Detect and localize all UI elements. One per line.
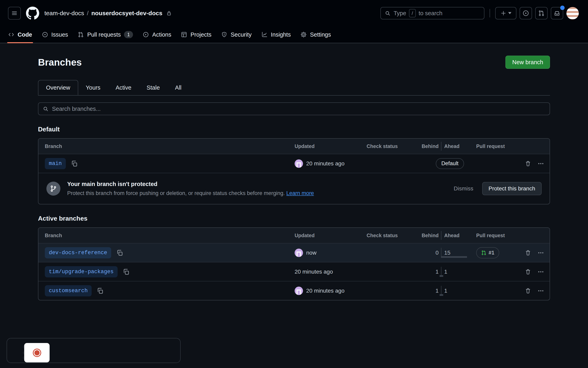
nav-tab-label: Issues bbox=[51, 31, 68, 38]
copy-icon[interactable] bbox=[96, 287, 104, 294]
pull-request-cell bbox=[476, 262, 524, 281]
pull-requests-counter-badge: 1 bbox=[124, 31, 133, 38]
kebab-menu-icon[interactable] bbox=[537, 268, 544, 275]
column-updated: Updated bbox=[294, 228, 367, 243]
branch-link[interactable]: customsearch bbox=[45, 285, 92, 296]
protect-this-branch-button[interactable]: Protect this branch bbox=[482, 182, 542, 195]
ahead-bar bbox=[441, 294, 443, 296]
column-pull-request: Pull request bbox=[476, 228, 524, 243]
kebab-menu-icon[interactable] bbox=[537, 287, 544, 294]
inbox-button[interactable] bbox=[551, 7, 563, 19]
pull-requests-global-button[interactable] bbox=[535, 7, 548, 19]
header-divider bbox=[490, 9, 490, 17]
column-pull-request: Pull request bbox=[476, 138, 524, 154]
updated-label[interactable]: 20 minutes ago bbox=[294, 269, 333, 275]
nav-tab-projects[interactable]: Projects bbox=[176, 26, 216, 43]
dismiss-button[interactable]: Dismiss bbox=[454, 185, 473, 192]
column-branch: Branch bbox=[38, 138, 294, 154]
updated-label[interactable]: 20 minutes ago bbox=[306, 288, 344, 294]
search-placeholder-prefix: Type bbox=[394, 10, 406, 17]
table-header-row: Branch Updated Check status Behind Ahead… bbox=[38, 228, 550, 243]
play-circle-icon bbox=[143, 31, 149, 38]
ahead-count: 15 bbox=[444, 250, 450, 256]
inbox-icon bbox=[554, 10, 560, 17]
issues-global-button[interactable] bbox=[520, 7, 532, 19]
user-avatar[interactable] bbox=[566, 7, 579, 19]
copy-icon[interactable] bbox=[71, 160, 78, 167]
branch-link[interactable]: main bbox=[45, 158, 66, 169]
table-row[interactable]: tim/upgrade-packages 20 minutes ago 1 1 bbox=[38, 262, 550, 281]
branch-link[interactable]: dev-docs-reference bbox=[45, 247, 111, 258]
tab-active[interactable]: Active bbox=[108, 80, 139, 95]
check-status-cell bbox=[367, 281, 424, 300]
nav-tab-issues[interactable]: Issues bbox=[37, 26, 73, 43]
nav-tab-actions[interactable]: Actions bbox=[138, 26, 176, 43]
avatar[interactable] bbox=[294, 287, 303, 295]
breadcrumb-org-link[interactable]: team-dev-docs bbox=[44, 10, 84, 17]
updated-label[interactable]: 20 minutes ago bbox=[306, 160, 344, 167]
tab-yours[interactable]: Yours bbox=[78, 80, 108, 95]
column-branch: Branch bbox=[38, 228, 294, 243]
notification-dot bbox=[560, 6, 565, 10]
tab-stale[interactable]: Stale bbox=[139, 80, 167, 95]
avatar[interactable] bbox=[294, 159, 303, 168]
search-placeholder-suffix: to search bbox=[419, 10, 442, 17]
pull-request-badge[interactable]: #1 bbox=[476, 247, 499, 258]
ahead-count: 1 bbox=[444, 269, 447, 275]
pull-request-number: #1 bbox=[489, 250, 494, 256]
create-new-button[interactable] bbox=[495, 7, 516, 19]
behind-count: 0 bbox=[435, 250, 439, 256]
nav-tab-label: Projects bbox=[190, 31, 211, 38]
learn-more-link[interactable]: Learn more bbox=[286, 190, 314, 196]
record-icon[interactable] bbox=[33, 349, 41, 357]
kebab-menu-icon[interactable] bbox=[537, 249, 544, 256]
tab-all[interactable]: All bbox=[167, 80, 189, 95]
app-header: team-dev-docs / nouserdocsyet-dev-docs T… bbox=[0, 0, 588, 26]
table-row[interactable]: customsearch 20 minutes ago 1 1 bbox=[38, 281, 550, 300]
trash-icon[interactable] bbox=[524, 249, 531, 256]
nav-tab-code[interactable]: Code bbox=[3, 26, 37, 43]
nav-tab-label: Insights bbox=[271, 31, 291, 38]
trash-icon[interactable] bbox=[524, 160, 531, 167]
git-branch-icon bbox=[46, 182, 60, 196]
repo-nav: Code Issues Pull requests 1 Actions bbox=[0, 26, 588, 43]
ahead-bar bbox=[441, 256, 467, 258]
breadcrumb-repo-link[interactable]: nouserdocsyet-dev-docs bbox=[92, 10, 162, 17]
table-row[interactable]: main 20 minutes ago Default bbox=[38, 154, 550, 173]
copy-icon[interactable] bbox=[122, 268, 130, 276]
nav-tab-pull-requests[interactable]: Pull requests 1 bbox=[73, 26, 138, 43]
nav-tab-security[interactable]: Security bbox=[216, 26, 257, 43]
trash-icon[interactable] bbox=[524, 287, 531, 294]
table-header-row: Branch Updated Check status Behind Ahead… bbox=[38, 138, 550, 154]
new-branch-button[interactable]: New branch bbox=[505, 55, 550, 69]
global-search-input[interactable]: Type / to search bbox=[380, 7, 484, 19]
nav-tab-settings[interactable]: Settings bbox=[296, 26, 336, 43]
github-logo-icon[interactable] bbox=[26, 7, 39, 20]
nav-tab-label: Settings bbox=[310, 31, 331, 38]
shield-icon bbox=[221, 31, 227, 38]
branch-search-box bbox=[38, 102, 550, 115]
nav-tab-insights[interactable]: Insights bbox=[257, 26, 296, 43]
copy-icon[interactable] bbox=[116, 249, 123, 256]
kebab-menu-icon[interactable] bbox=[537, 160, 544, 167]
pull-request-cell bbox=[476, 154, 524, 173]
check-status-cell bbox=[367, 243, 424, 262]
default-badge: Default bbox=[436, 158, 464, 169]
branch-link[interactable]: tim/upgrade-packages bbox=[45, 266, 118, 277]
trash-icon[interactable] bbox=[524, 268, 531, 275]
recorder-card[interactable] bbox=[24, 343, 50, 362]
hamburger-menu-button[interactable] bbox=[8, 7, 21, 20]
banner-description: Protect this branch from force pushing o… bbox=[67, 190, 285, 196]
table-row[interactable]: dev-docs-reference now 0 15 bbox=[38, 243, 550, 262]
branch-search-input[interactable] bbox=[52, 106, 546, 112]
search-icon bbox=[42, 106, 49, 112]
check-status-cell bbox=[367, 262, 424, 281]
issue-opened-icon bbox=[522, 10, 529, 17]
nav-tab-label: Security bbox=[230, 31, 252, 38]
column-ahead: Ahead bbox=[441, 228, 476, 243]
updated-label[interactable]: now bbox=[306, 250, 316, 256]
tab-overview[interactable]: Overview bbox=[38, 80, 78, 95]
avatar[interactable] bbox=[294, 248, 303, 257]
column-check-status: Check status bbox=[367, 138, 424, 154]
caret-down-icon bbox=[508, 12, 511, 14]
